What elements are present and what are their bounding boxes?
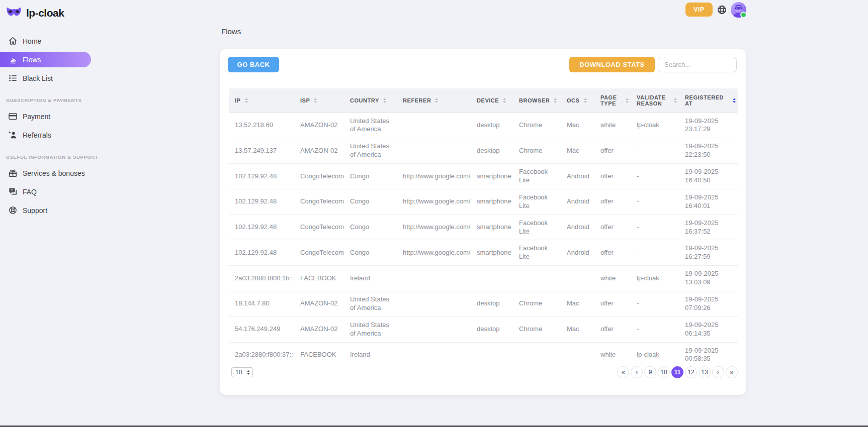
cell-device: smartphone xyxy=(471,240,513,266)
go-back-button[interactable]: GO BACK xyxy=(228,57,279,72)
sidebar-item-home[interactable]: Home xyxy=(0,33,91,49)
cell-referer: http://www.google.com/ xyxy=(397,215,471,240)
flows-card: GO BACK DOWNLOAD STATS IPISPCOUNTRYREFER… xyxy=(220,49,746,395)
page-11-button[interactable]: 11 xyxy=(671,366,683,378)
column-label: VALIDATE REASON xyxy=(637,94,670,106)
cell-ip: 2a03:2880:f800:37:: xyxy=(229,342,294,367)
cell-country: United States of America xyxy=(344,291,397,316)
cell-country: Ireland xyxy=(344,342,397,367)
page-12-button[interactable]: 12 xyxy=(685,366,697,378)
cell-validate-reason: - xyxy=(631,291,679,316)
column-header-referer[interactable]: REFERER xyxy=(397,88,471,113)
sidebar-item-black-list[interactable]: Black List xyxy=(0,70,91,86)
sidebar-item-label: FAQ xyxy=(23,188,37,196)
download-stats-button[interactable]: DOWNLOAD STATS xyxy=(569,57,655,72)
cell-isp: CongoTelecom xyxy=(294,240,344,266)
cell-browser: Chrome xyxy=(513,316,561,342)
next-page-button[interactable]: › xyxy=(712,366,724,378)
cell-country: Congo xyxy=(344,240,397,266)
column-label: IP xyxy=(235,97,241,103)
first-page-button[interactable]: « xyxy=(617,366,629,378)
cell-validate-reason: - xyxy=(631,164,679,189)
cell-isp: CongoTelecom xyxy=(294,164,344,189)
cell-referer: http://www.google.com/ xyxy=(397,240,471,266)
cell-validate-reason: - xyxy=(631,138,679,164)
column-header-validate-reason[interactable]: VALIDATE REASON xyxy=(631,88,679,113)
cell-page-type: offer xyxy=(594,138,631,164)
cell-country: United States of America xyxy=(344,113,397,138)
column-header-page-type[interactable]: PAGE TYPE xyxy=(594,88,631,113)
sidebar-item-label: Payment xyxy=(23,113,50,121)
vip-button[interactable]: VIP xyxy=(685,3,713,17)
brand-logo[interactable]: lp-cloak xyxy=(0,0,93,20)
sort-icon xyxy=(503,98,506,103)
cell-ip: 54.176.249.249 xyxy=(229,316,294,342)
cell-registered-at: 19-09-202516:40:01 xyxy=(679,189,738,215)
sidebar-item-flows[interactable]: Flows xyxy=(0,52,91,67)
column-header-isp[interactable]: ISP xyxy=(294,88,344,113)
cell-ip: 102.129.92.48 xyxy=(229,164,294,189)
cell-referer: http://www.google.com/ xyxy=(397,164,471,189)
section-divider xyxy=(86,100,89,100)
sidebar-section-subscription: SUBSCRIPTION & PAYMENTS xyxy=(6,97,93,103)
cell-browser xyxy=(513,266,561,291)
column-header-registered-at[interactable]: REGISTERED AT xyxy=(679,88,738,113)
cell-ip: 13.57.249.137 xyxy=(229,138,294,164)
sort-icon xyxy=(383,98,386,103)
cell-ocs: Android xyxy=(561,164,594,189)
cell-page-type: white xyxy=(594,342,631,367)
column-header-country[interactable]: COUNTRY xyxy=(344,88,397,113)
globe-icon[interactable] xyxy=(717,5,727,15)
cell-registered-at: 19-09-202500:58:35 xyxy=(679,342,738,367)
page-10-button[interactable]: 10 xyxy=(658,366,670,378)
sidebar-item-faq[interactable]: ?! FAQ xyxy=(0,184,91,199)
page-size-value: 10 xyxy=(235,369,242,376)
column-label: DEVICE xyxy=(477,97,499,103)
cell-ocs: Mac xyxy=(561,138,594,164)
sort-icon xyxy=(674,98,677,103)
table-row: 2a03:2880:f800:1b::FACEBOOKIrelandwhitel… xyxy=(229,266,738,291)
sort-icon xyxy=(733,98,736,103)
cell-page-type: offer xyxy=(594,189,631,215)
sidebar-nav: Home Flows Black List SUBSCRIPTION & PAY… xyxy=(0,33,93,218)
pagination: «‹910111213›» xyxy=(617,366,738,378)
table-row: 102.129.92.48CongoTelecomCongohttp://www… xyxy=(229,215,738,240)
search-input[interactable] xyxy=(658,57,737,72)
cell-ip: 13.52.218.60 xyxy=(229,113,294,138)
avatar[interactable] xyxy=(731,2,746,18)
page-9-button[interactable]: 9 xyxy=(644,366,656,378)
column-header-browser[interactable]: BROWSER xyxy=(513,88,561,113)
cell-ocs xyxy=(561,266,594,291)
cell-validate-reason: lp-cloak xyxy=(631,113,679,138)
cell-validate-reason: - xyxy=(631,316,679,342)
sidebar-item-payment[interactable]: Payment xyxy=(0,109,91,124)
cell-isp: AMAZON-02 xyxy=(294,113,344,138)
sidebar-item-services-bonuses[interactable]: Services & bonuses xyxy=(0,165,91,181)
cell-page-type: offer xyxy=(594,316,631,342)
page-13-button[interactable]: 13 xyxy=(699,366,711,378)
cell-device xyxy=(471,266,513,291)
cell-registered-at: 19-09-202516:40:50 xyxy=(679,164,738,189)
prev-page-button[interactable]: ‹ xyxy=(631,366,643,378)
column-header-ocs[interactable]: OCS xyxy=(561,88,594,113)
cell-device: desktop xyxy=(471,138,513,164)
sort-icon xyxy=(584,98,587,103)
column-header-ip[interactable]: IP xyxy=(229,88,294,113)
lifebuoy-icon xyxy=(8,205,18,215)
cell-browser: Chrome xyxy=(513,113,561,138)
last-page-button[interactable]: » xyxy=(726,366,738,378)
cell-country: Congo xyxy=(344,215,397,240)
cell-ocs: Android xyxy=(561,240,594,266)
cell-ip: 102.129.92.48 xyxy=(229,215,294,240)
cell-registered-at: 19-09-202516:37:52 xyxy=(679,215,738,240)
sort-icon xyxy=(626,98,629,103)
sidebar-item-referrals[interactable]: Referrals xyxy=(0,127,91,143)
column-header-device[interactable]: DEVICE xyxy=(471,88,513,113)
cell-ocs xyxy=(561,342,594,367)
cell-device: desktop xyxy=(471,291,513,316)
cell-page-type: offer xyxy=(594,164,631,189)
sidebar-item-label: Services & bonuses xyxy=(23,169,85,177)
sidebar-item-support[interactable]: Support xyxy=(0,202,91,218)
page-size-select[interactable]: 10 xyxy=(231,367,253,377)
cell-referer: http://www.google.com/ xyxy=(397,189,471,215)
